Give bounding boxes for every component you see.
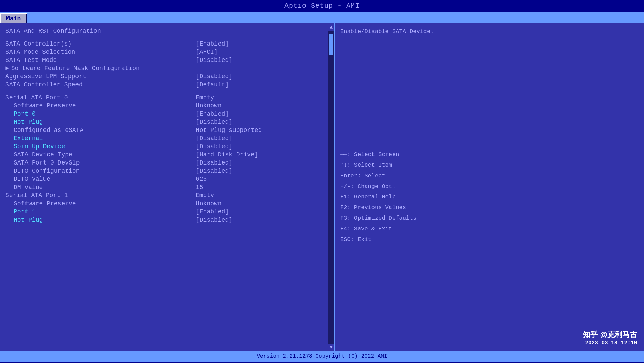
shortcut-key: ESC: Exit bbox=[340, 235, 371, 244]
list-item[interactable]: Serial ATA Port 1 Empty bbox=[5, 191, 321, 200]
setting-label: Software Preserve bbox=[5, 102, 196, 109]
scroll-up-button[interactable]: ▲ bbox=[329, 23, 334, 31]
setting-value: [Disabled] bbox=[196, 57, 232, 64]
list-item[interactable]: Software Preserve Unknown bbox=[5, 200, 321, 208]
setting-label: Port 0 bbox=[5, 110, 196, 117]
list-item[interactable]: DM Value 15 bbox=[5, 183, 321, 191]
setting-label: DITO Value bbox=[5, 176, 196, 183]
shortcut-key: Enter: Select bbox=[340, 171, 385, 180]
setting-value: [Disabled] bbox=[196, 217, 232, 223]
setting-label: Hot Plug bbox=[5, 217, 196, 223]
shortcut-key: →←: Select Screen bbox=[340, 150, 399, 159]
divider bbox=[340, 145, 639, 145]
list-item[interactable]: SATA Mode Selection [AHCI] bbox=[5, 48, 321, 56]
list-item[interactable]: Hot Plug [Disabled] bbox=[5, 118, 321, 126]
scrollbar-thumb[interactable] bbox=[329, 34, 333, 55]
setting-label: SATA Controller(s) bbox=[5, 40, 196, 47]
setting-value: [Default] bbox=[196, 81, 229, 88]
setting-label: Port 1 bbox=[5, 208, 196, 215]
shortcut-row: +/-: Change Opt. bbox=[340, 181, 639, 192]
setting-value: [Disabled] bbox=[196, 135, 232, 142]
section-title: SATA And RST Configuration bbox=[5, 28, 196, 34]
setting-value: [Disabled] bbox=[196, 159, 232, 166]
list-item[interactable]: Aggressive LPM Support [Disabled] bbox=[5, 72, 321, 81]
setting-value: [Enabled] bbox=[196, 40, 229, 47]
setting-value: [Enabled] bbox=[196, 110, 229, 117]
setting-value: [Disabled] bbox=[196, 73, 232, 80]
shortcut-row: ↑↓: Select Item bbox=[340, 160, 639, 170]
tab-bar: Main bbox=[0, 12, 644, 23]
setting-label: DITO Configuration bbox=[5, 168, 196, 174]
list-item[interactable]: DITO Value 625 bbox=[5, 175, 321, 183]
setting-label: SATA Port 0 DevSlp bbox=[5, 159, 196, 166]
footer-bar: Version 2.21.1278 Copyright (C) 2022 AMI bbox=[0, 351, 644, 362]
setting-value: Empty bbox=[196, 192, 214, 199]
setting-value: [Disabled] bbox=[196, 143, 232, 150]
help-description: Enable/Disable SATA Device. bbox=[340, 27, 639, 36]
setting-value: [AHCI] bbox=[196, 49, 218, 55]
setting-value: Hot Plug supported bbox=[196, 127, 262, 134]
setting-value: Empty bbox=[196, 94, 214, 101]
list-item[interactable]: SATA Controller Speed [Default] bbox=[5, 81, 321, 89]
setting-value: [Enabled] bbox=[196, 208, 229, 215]
shortcut-key: F3: Optimized Defaults bbox=[340, 213, 416, 223]
shortcut-row: F3: Optimized Defaults bbox=[340, 213, 639, 223]
shortcut-key: F1: General Help bbox=[340, 192, 396, 202]
section-title-row: SATA And RST Configuration bbox=[5, 27, 321, 35]
setting-value: [Disabled] bbox=[196, 168, 232, 174]
setting-label: External bbox=[5, 135, 196, 142]
list-item[interactable]: Port 0 [Enabled] bbox=[5, 110, 321, 118]
list-item[interactable]: Spin Up Device [Disabled] bbox=[5, 142, 321, 151]
shortcut-key: F2: Previous Values bbox=[340, 203, 406, 212]
list-item[interactable]: External [Disabled] bbox=[5, 134, 321, 142]
list-item[interactable]: DITO Configuration [Disabled] bbox=[5, 167, 321, 175]
scroll-down-button[interactable]: ▼ bbox=[329, 344, 334, 351]
list-item[interactable]: Software Preserve Unknown bbox=[5, 102, 321, 110]
setting-label: SATA Mode Selection bbox=[5, 49, 196, 55]
setting-value: Unknown bbox=[196, 102, 222, 109]
shortcut-row: F2: Previous Values bbox=[340, 202, 639, 213]
footer-text: Version 2.21.1278 Copyright (C) 2022 AMI bbox=[257, 353, 387, 359]
setting-value: 625 bbox=[196, 176, 207, 183]
shortcut-row: F4: Save & Exit bbox=[340, 224, 639, 234]
app-title: Aptio Setup - AMI bbox=[0, 0, 644, 12]
list-item[interactable]: SATA Port 0 DevSlp [Disabled] bbox=[5, 159, 321, 167]
main-area: SATA And RST Configuration SATA Controll… bbox=[0, 23, 644, 351]
setting-label: Aggressive LPM Support bbox=[5, 73, 196, 80]
setting-label: Serial ATA Port 0 bbox=[5, 94, 196, 101]
shortcut-row: ESC: Exit bbox=[340, 234, 639, 245]
setting-label: SATA Device Type bbox=[5, 151, 196, 158]
shortcut-key: ↑↓: Select Item bbox=[340, 160, 392, 170]
list-item[interactable]: Port 1 [Enabled] bbox=[5, 208, 321, 216]
setting-value: [Hard Disk Drive] bbox=[196, 151, 258, 158]
scrollbar[interactable]: ▲ ▼ bbox=[328, 23, 334, 351]
list-item[interactable]: SATA Test Mode [Disabled] bbox=[5, 56, 321, 64]
right-panel: Enable/Disable SATA Device. →←: Select S… bbox=[335, 23, 644, 351]
shortcut-row: →←: Select Screen bbox=[340, 149, 639, 160]
shortcut-key: F4: Save & Exit bbox=[340, 224, 392, 234]
watermark: 知乎 @克利马古 2023-03-18 12:19 bbox=[583, 330, 637, 346]
list-item[interactable]: Configured as eSATA Hot Plug supported bbox=[5, 126, 321, 134]
setting-value: 15 bbox=[196, 184, 203, 191]
setting-value: [Disabled] bbox=[196, 119, 232, 125]
list-item[interactable]: Serial ATA Port 0 Empty bbox=[5, 93, 321, 102]
setting-value: Unknown bbox=[196, 200, 222, 207]
watermark-text: 知乎 @克利马古 bbox=[583, 330, 637, 340]
list-item[interactable]: SATA Controller(s) [Enabled] bbox=[5, 40, 321, 48]
list-item[interactable]: Hot Plug [Disabled] bbox=[5, 216, 321, 224]
setting-label: Spin Up Device bbox=[5, 143, 196, 150]
shortcut-key: +/-: Change Opt. bbox=[340, 182, 396, 191]
tab-main[interactable]: Main bbox=[0, 13, 27, 23]
setting-label: Software Preserve bbox=[5, 200, 196, 207]
list-item[interactable]: ► Software Feature Mask Configuration bbox=[5, 64, 321, 72]
setting-label: SATA Controller Speed bbox=[5, 81, 196, 88]
watermark-date: 2023-03-18 12:19 bbox=[583, 340, 637, 346]
title-bar: Aptio Setup - AMI bbox=[0, 0, 644, 12]
scrollbar-track[interactable] bbox=[328, 31, 334, 344]
shortcut-row: Enter: Select bbox=[340, 171, 639, 181]
setting-label: Software Feature Mask Configuration bbox=[11, 65, 202, 72]
submenu-arrow-icon: ► bbox=[5, 65, 9, 72]
shortcuts-section: →←: Select Screen ↑↓: Select Item Enter:… bbox=[340, 149, 639, 245]
list-item[interactable]: SATA Device Type [Hard Disk Drive] bbox=[5, 151, 321, 159]
setting-label: SATA Test Mode bbox=[5, 57, 196, 64]
